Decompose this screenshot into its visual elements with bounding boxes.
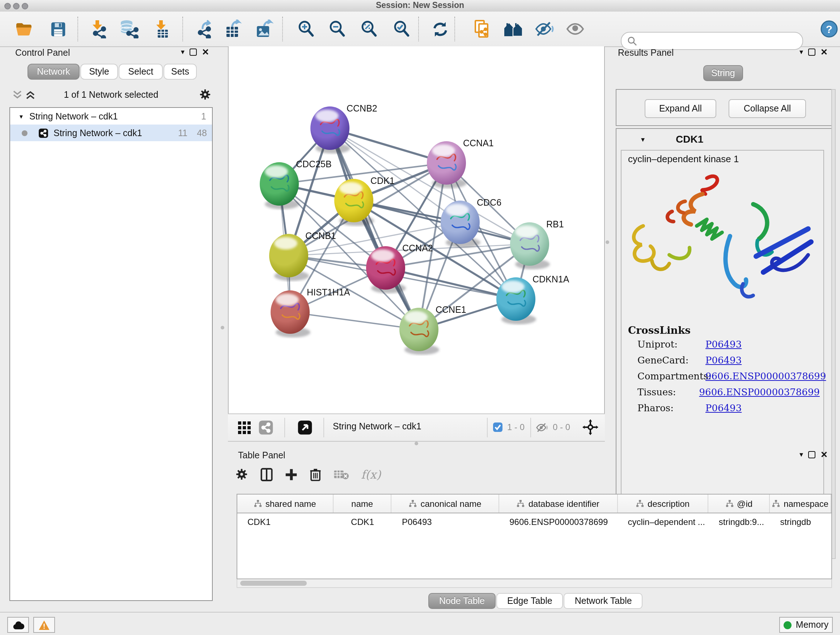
crosslink-link[interactable]: 9606.ENSP00000378699 — [706, 371, 826, 381]
network-node-CDC6[interactable] — [441, 201, 480, 244]
network-node-RB1[interactable] — [510, 222, 549, 266]
panel-float-icon[interactable] — [808, 451, 815, 458]
crosslink-link[interactable]: P06493 — [706, 402, 742, 413]
network-node-CCNA2[interactable] — [366, 246, 405, 290]
save-session-button[interactable] — [45, 14, 71, 43]
refresh-view-button[interactable] — [427, 14, 453, 43]
network-view-canvas[interactable]: CCNB2CCNA1CDC25BCDK1CDC6RB1CCNB1CCNA2CDK… — [228, 46, 605, 413]
column-network-icon — [772, 500, 780, 508]
network-node-HIST1H1A[interactable] — [271, 290, 309, 334]
export-table-button[interactable] — [220, 14, 246, 43]
crosslink-row: GeneCard:P06493 — [628, 352, 820, 368]
expand-all-chevron-icon[interactable] — [25, 90, 35, 100]
collapse-all-chevron-icon[interactable] — [12, 90, 22, 100]
network-node-CCNE1[interactable] — [399, 308, 439, 351]
tab-style[interactable]: Style — [80, 64, 118, 80]
zoom-selected-button[interactable] — [388, 14, 415, 43]
open-session-button[interactable] — [11, 14, 37, 43]
panel-close-icon[interactable]: ✕ — [202, 49, 209, 55]
table-options-gear-icon[interactable] — [235, 468, 248, 481]
collection-expand-caret[interactable]: ▾ — [19, 112, 23, 120]
cloud-status-button[interactable] — [7, 617, 29, 633]
network-edge-CCNB2-CCNE1[interactable] — [330, 128, 419, 329]
network-options-gear-icon[interactable] — [199, 88, 211, 101]
memory-status-dot — [783, 621, 791, 629]
network-current-dot — [22, 130, 27, 136]
import-table-button[interactable] — [149, 14, 175, 43]
network-node-CDKN1A[interactable] — [496, 277, 535, 321]
gene-symbol: CDK1 — [676, 133, 703, 145]
show-all-button[interactable] — [562, 14, 588, 43]
application-window: Session: New Session — [0, 0, 840, 635]
hide-selected-button[interactable] — [531, 14, 557, 43]
network-node-CDC25B[interactable] — [260, 162, 299, 206]
network-node-CCNA1[interactable] — [427, 141, 466, 185]
network-node-CDK1[interactable] — [334, 179, 373, 222]
export-network-button[interactable] — [191, 14, 217, 43]
tab-string[interactable]: String — [703, 65, 743, 81]
network-row[interactable]: String Network – cdk1 11 48 — [10, 125, 212, 141]
selected-checkbox-icon[interactable] — [493, 422, 503, 432]
show-columns-icon[interactable] — [261, 467, 273, 481]
delete-table-icon[interactable] — [333, 469, 349, 480]
panel-close-icon[interactable]: ✕ — [821, 451, 828, 457]
panel-menu-icon[interactable]: ▾ — [799, 450, 803, 458]
hidden-elements-count: 0 - 0 — [553, 422, 570, 432]
gene-collapse-caret[interactable]: ▾ — [641, 135, 645, 143]
tab-sets[interactable]: Sets — [164, 64, 197, 80]
add-column-icon[interactable] — [285, 468, 297, 480]
crosslink-link[interactable]: P06493 — [706, 339, 742, 349]
column-header--id[interactable]: @id — [709, 494, 770, 513]
import-network-button[interactable] — [85, 14, 111, 43]
gene-section-header[interactable]: ▾ CDK1 — [616, 129, 832, 149]
collapse-all-button[interactable]: Collapse All — [729, 99, 806, 118]
panel-menu-icon[interactable]: ▾ — [181, 48, 185, 56]
birdseye-pan-icon[interactable] — [583, 419, 598, 435]
import-network-from-database-button[interactable] — [116, 14, 142, 43]
export-image-button[interactable] — [251, 14, 277, 43]
scrollbar-thumb[interactable] — [240, 581, 307, 586]
zoom-fit-button[interactable] — [356, 14, 382, 43]
memory-button[interactable]: Memory — [779, 617, 833, 633]
column-header-canonical-name[interactable]: canonical name — [392, 494, 499, 513]
right-splitter-handle[interactable] — [606, 241, 609, 244]
bottom-splitter-handle[interactable] — [415, 442, 418, 445]
detach-view-icon[interactable] — [297, 420, 313, 435]
panel-close-icon[interactable]: ✕ — [821, 49, 828, 55]
table-horizontal-scrollbar[interactable] — [237, 579, 832, 588]
help-button[interactable]: ? — [816, 14, 840, 43]
column-header-shared-name[interactable]: shared name — [237, 494, 333, 513]
warnings-button[interactable] — [33, 617, 55, 633]
column-header-namespace[interactable]: namespace — [770, 494, 831, 513]
column-header-name[interactable]: name — [333, 494, 392, 513]
panel-menu-icon[interactable]: ▾ — [799, 48, 803, 56]
network-node-CCNB2[interactable] — [310, 106, 349, 150]
network-node-CCNB1[interactable] — [269, 234, 308, 277]
delete-column-icon[interactable] — [309, 467, 321, 481]
table-cell: CDK1 — [237, 513, 333, 531]
home-button[interactable] — [501, 14, 527, 43]
search-input[interactable] — [640, 35, 802, 47]
expand-all-button[interactable]: Expand All — [645, 99, 716, 118]
tab-node-table[interactable]: Node Table — [428, 593, 496, 609]
zoom-in-button[interactable] — [293, 14, 319, 43]
grid-view-icon[interactable] — [237, 421, 252, 435]
panel-float-icon[interactable] — [189, 48, 197, 55]
tab-edge-table[interactable]: Edge Table — [496, 593, 563, 609]
copy-document-button[interactable] — [469, 14, 495, 43]
tab-network-table[interactable]: Network Table — [564, 593, 643, 609]
column-header-database-identifier[interactable]: database identifier — [499, 494, 617, 513]
network-thumbnail-icon[interactable] — [258, 420, 273, 435]
tab-select[interactable]: Select — [118, 64, 163, 80]
crosslink-link[interactable]: P06493 — [706, 355, 742, 365]
column-header-description[interactable]: description — [617, 494, 708, 513]
panel-float-icon[interactable] — [808, 48, 815, 55]
crosslink-link[interactable]: 9606.ENSP00000378699 — [699, 386, 820, 397]
tab-network[interactable]: Network — [27, 64, 80, 80]
zoom-out-button[interactable] — [324, 14, 350, 43]
gene-description: cyclin–dependent kinase 1 — [628, 154, 739, 165]
network-collection-row[interactable]: ▾ String Network – cdk1 1 — [10, 108, 212, 125]
left-splitter-handle[interactable] — [221, 326, 224, 329]
table-row[interactable]: CDK1CDK1P064939606.ENSP00000378699cyclin… — [237, 513, 831, 531]
function-builder-icon[interactable]: f(x) — [361, 467, 381, 481]
